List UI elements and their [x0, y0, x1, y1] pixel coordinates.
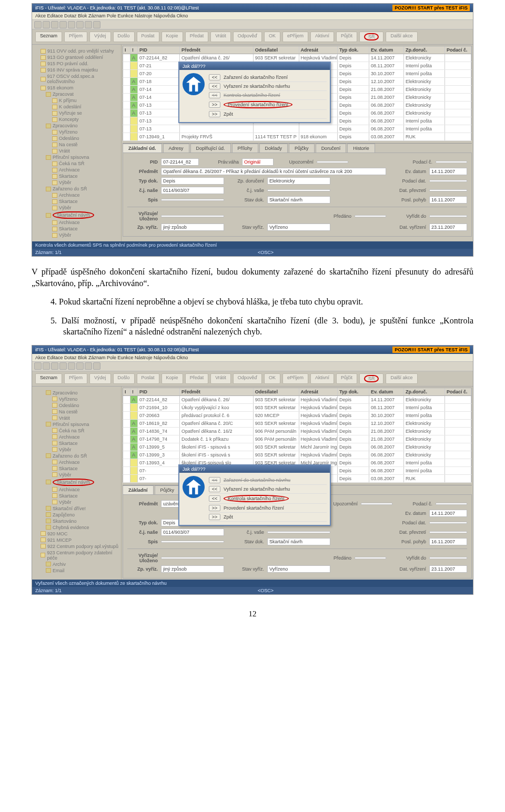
tree-node[interactable]: Na cestě — [34, 409, 119, 415]
dialog-option[interactable]: >>Provedení skartačního řízení — [209, 100, 327, 110]
tree-node[interactable]: 915 PO právní odd. — [34, 60, 119, 67]
tree-node[interactable]: Výběr — [34, 446, 119, 453]
tree-node[interactable]: Výběr — [34, 179, 119, 186]
detail-tab[interactable]: Půjčky — [289, 144, 315, 153]
tab-došlo[interactable]: Došlo — [113, 373, 135, 384]
tree-node[interactable]: Archivace — [34, 459, 119, 465]
dialog-option[interactable]: <<Zařazení do skartačního řízení — [209, 73, 327, 82]
toolbar-icon[interactable] — [51, 21, 58, 28]
tab-poslat[interactable]: Poslat — [137, 32, 159, 42]
menu-bar[interactable]: Akce Editace Dotaz Blok Záznam Pole Eunk… — [32, 354, 473, 362]
tree-node[interactable]: Zařazeno do SŘ — [34, 186, 119, 192]
tab-vrátit[interactable]: Vrátit — [210, 32, 231, 42]
tab-epříjem[interactable]: ePříjem — [282, 373, 308, 384]
folder-tree[interactable]: 911 OVV odd. pro vnější vztahy913 GO gra… — [32, 45, 122, 241]
toolbar-icon[interactable] — [43, 21, 50, 28]
table-row[interactable]: A07-13999_5školení iFIS - spisová s903 S… — [123, 443, 472, 451]
table-row[interactable]: 07-13949_1Projekty FRVŠ1114 TEST TEST P9… — [123, 133, 472, 141]
tab-seznam[interactable]: Seznam — [35, 32, 62, 42]
tree-node[interactable]: Archivace — [34, 486, 119, 493]
tree-node[interactable]: Koncepty — [34, 116, 119, 123]
detail-tab[interactable]: Přílohy — [232, 144, 258, 153]
tree-node[interactable]: Archivace — [34, 192, 119, 198]
toolbar-icon[interactable] — [34, 362, 42, 370]
tab-kopie[interactable]: Kopie — [161, 373, 183, 384]
tab-sř[interactable]: SŘ — [359, 32, 384, 42]
dialog-option[interactable]: >>Provedení skartačního řízení — [209, 504, 327, 513]
detail-tab[interactable]: Půjčky — [155, 485, 180, 494]
tree-node[interactable]: Archiv — [34, 561, 119, 567]
tab-půjčit[interactable]: Půjčit — [336, 373, 357, 384]
tab-odpověď[interactable]: Odpověď — [233, 32, 262, 42]
dialog-option[interactable]: <<Zařazení do skartačního návrhu — [209, 476, 327, 485]
tab-došlo[interactable]: Došlo — [113, 32, 135, 42]
dialog-option[interactable]: >>Zpět — [209, 110, 327, 119]
table-row[interactable]: A07-18619_82Opatření děkana č. 20/C903 S… — [123, 420, 472, 428]
tree-node[interactable]: Skartace — [34, 173, 119, 179]
tree-node[interactable]: 923 Centrum podpory zdatební péče — [34, 550, 119, 561]
tree-node[interactable]: Archivace — [34, 167, 119, 173]
tree-node[interactable]: 913 GO grantové oddělení — [34, 54, 119, 60]
toolbar-icon[interactable] — [93, 362, 100, 370]
dialog-option[interactable]: <<Vyřazení ze skartačního návrhu — [209, 82, 327, 91]
tree-node[interactable]: Výběr — [34, 232, 119, 238]
tree-node[interactable]: 920 MOC — [34, 531, 119, 537]
toolbar-icon[interactable] — [34, 21, 42, 28]
folder-tree[interactable]: ZpracovánoVyřízenoOdeslánoNa cestěVrátit… — [32, 387, 122, 580]
tree-node[interactable]: Na cestě — [34, 141, 119, 148]
dialog-option[interactable]: <<Kontrola skartačního řízení — [209, 494, 327, 504]
tree-node[interactable]: Skartační návrh — [34, 211, 119, 219]
tree-node[interactable]: K odeslání — [34, 104, 119, 110]
toolbar-icon[interactable] — [76, 362, 84, 370]
tree-node[interactable]: Zpracováno — [34, 123, 119, 129]
tree-node[interactable]: Výběr — [34, 472, 119, 478]
detail-tab[interactable]: Doklady — [259, 144, 288, 153]
tree-node[interactable]: Zařazeno do SŘ — [34, 453, 119, 459]
dialog-option[interactable]: >>Zpět — [209, 513, 327, 522]
tree-node[interactable]: Skartace — [34, 226, 119, 232]
tab-odpověď[interactable]: Odpověď — [233, 373, 262, 384]
tab-aktivní[interactable]: Aktivní — [310, 373, 334, 384]
tree-node[interactable]: Zpracováno — [34, 390, 119, 396]
tab-předat[interactable]: Předat — [185, 32, 209, 42]
tree-node[interactable]: Vrátit — [34, 148, 119, 154]
tree-node[interactable]: Skartace — [34, 198, 119, 205]
detail-tab[interactable]: Základní — [123, 485, 154, 494]
tree-node[interactable]: 917 OSCV odd.spec.a celoživotního — [34, 73, 119, 85]
tab-výdej[interactable]: Výdej — [89, 32, 111, 42]
tab-poslat[interactable]: Poslat — [137, 373, 159, 384]
tree-node[interactable]: Čeká na SŘ — [34, 160, 119, 167]
dialog-option[interactable]: <<Vyřazení ze skartačního návrhu — [209, 485, 327, 494]
tree-node[interactable]: Skartace — [34, 493, 119, 499]
table-row[interactable]: A07-14836_74Opatření děkana č. 16/2906 P… — [123, 428, 472, 435]
tab-výdej[interactable]: Výdej — [89, 373, 111, 384]
tab-seznam[interactable]: Seznam — [35, 373, 62, 384]
tab-příjem[interactable]: Příjem — [64, 32, 87, 42]
tree-node[interactable]: Chybná evidence — [34, 524, 119, 531]
table-row[interactable]: A07-14798_74Dodatek č. 1 k příkazu906 PA… — [123, 435, 472, 443]
tab-předat[interactable]: Předat — [185, 373, 209, 384]
table-row[interactable]: 07-13Depis06.08.2007Interní pošta — [123, 125, 472, 133]
tab-sř[interactable]: SŘ — [359, 373, 384, 384]
tree-node[interactable]: Skartace — [34, 465, 119, 472]
dialog-option[interactable]: <<Kontrola skartačního řízení — [209, 91, 327, 100]
detail-tab[interactable]: Adresy — [163, 144, 189, 153]
tab-epříjem[interactable]: ePříjem — [282, 32, 308, 42]
tree-node[interactable]: K příjmu — [34, 97, 119, 104]
tree-node[interactable]: Skartační návrh — [34, 478, 119, 486]
table-row[interactable]: 07-20663předávací protokol č. 6920 MICEP… — [123, 412, 472, 420]
tab-kopie[interactable]: Kopie — [161, 32, 183, 42]
tree-node[interactable]: 921 MICEP — [34, 537, 119, 543]
tab-vrátit[interactable]: Vrátit — [210, 373, 231, 384]
tree-node[interactable]: Skartační dříve! — [34, 505, 119, 512]
tab-ok[interactable]: OK — [264, 373, 280, 384]
tree-node[interactable]: 922 Centrum podpory apl.výstupů — [34, 543, 119, 550]
tree-node[interactable]: Odesláno — [34, 135, 119, 141]
tree-node[interactable]: Vrátit — [34, 415, 119, 421]
tree-node[interactable]: Výběr — [34, 499, 119, 505]
tree-node[interactable]: 916 INV správa majetku — [34, 67, 119, 73]
tree-node[interactable]: Zpracovat — [34, 91, 119, 97]
tree-node[interactable]: Vyřízeno — [34, 129, 119, 135]
toolbar-icon[interactable] — [76, 21, 84, 28]
tree-node[interactable]: Čeká na SŘ — [34, 428, 119, 434]
